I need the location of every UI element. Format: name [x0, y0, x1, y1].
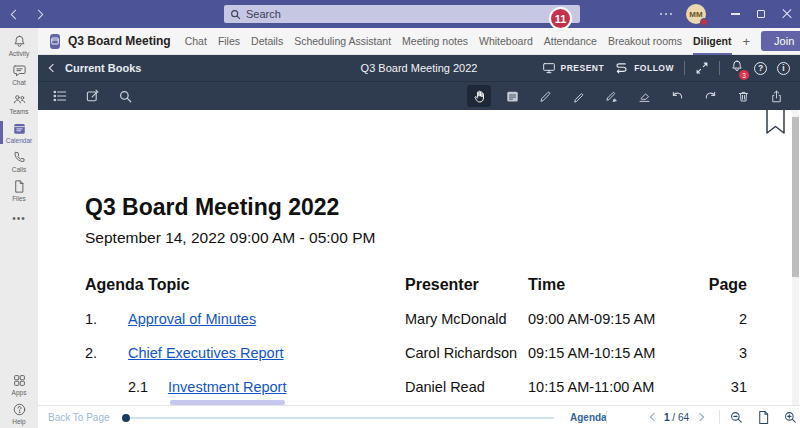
avatar-initials: MM [689, 10, 702, 19]
tab-scheduling-assistant[interactable]: Scheduling Assistant [294, 28, 391, 55]
row-presenter: Mary McDonald [405, 311, 507, 327]
tab-diligent[interactable]: Diligent [693, 28, 732, 55]
header-time: Time [528, 276, 565, 294]
header-agenda-topic: Agenda Topic [85, 276, 190, 294]
sidebar-item-teams[interactable]: Teams [0, 89, 38, 118]
minimize-button[interactable] [722, 0, 748, 28]
present-button[interactable]: PRESENT [542, 62, 605, 74]
zoom-in-button[interactable] [783, 410, 798, 428]
join-button[interactable]: Join [761, 31, 800, 51]
tab-whiteboard[interactable]: Whiteboard [479, 28, 533, 55]
info-circle-icon[interactable]: i [777, 62, 790, 75]
sidebar-item-calls[interactable]: Calls [0, 147, 38, 176]
delete-annotation-button[interactable] [731, 85, 755, 107]
pen-tool-1[interactable] [533, 85, 557, 107]
redo-icon [703, 89, 718, 104]
signature-pen-tool[interactable] [599, 85, 623, 107]
export-share-button[interactable] [764, 85, 788, 107]
row-presenter: Carol Richardson [405, 345, 517, 361]
eraser-tool[interactable] [632, 85, 656, 107]
header-presenter: Presenter [405, 276, 479, 294]
sidebar-item-activity[interactable]: Activity [0, 31, 38, 60]
back-label: Current Books [65, 62, 141, 74]
row-number: 2.1 [128, 379, 148, 395]
file-icon [12, 179, 27, 194]
add-tab-button[interactable]: + [743, 28, 751, 55]
row-presenter: Daniel Read [405, 379, 485, 395]
note-annotation-tool[interactable] [500, 85, 524, 107]
agenda-table-header: Agenda Topic Presenter Time Page [38, 276, 800, 296]
tab-details[interactable]: Details [251, 28, 283, 55]
zoom-out-button[interactable] [729, 410, 744, 428]
tab-meeting-notes[interactable]: Meeting notes [402, 28, 468, 55]
undo-button[interactable] [665, 85, 689, 107]
follow-button[interactable]: FOLLOW [614, 62, 674, 74]
fit-page-button[interactable] [757, 410, 770, 428]
back-to-current-books[interactable]: Current Books [50, 62, 141, 74]
close-window-button[interactable] [774, 0, 800, 28]
undo-icon [670, 89, 685, 104]
row-number: 2. [85, 345, 97, 361]
tab-chat[interactable]: Chat [185, 28, 207, 55]
maximize-icon [757, 10, 765, 18]
sidebar-item-apps[interactable]: Apps [0, 370, 38, 399]
tab-breakout-rooms[interactable]: Breakout rooms [608, 28, 682, 55]
toc-list-icon[interactable] [52, 88, 68, 104]
page-slider-handle[interactable] [122, 414, 130, 422]
follow-path-icon [614, 62, 629, 74]
help-circle-icon[interactable]: ? [754, 62, 767, 75]
bell-icon [12, 34, 27, 49]
bell-badge: 3 [739, 70, 749, 80]
next-page-icon[interactable] [696, 413, 704, 421]
search-document-icon[interactable] [118, 89, 133, 104]
search-input[interactable]: Search [224, 5, 580, 23]
back-icon[interactable] [11, 9, 21, 19]
page-slider-track[interactable] [130, 417, 554, 419]
section-label[interactable]: Agenda [570, 412, 607, 423]
present-screen-icon [542, 62, 556, 74]
forward-icon[interactable] [34, 9, 44, 19]
hand-pan-tool[interactable] [467, 85, 491, 107]
page-separator: / [672, 412, 675, 423]
agenda-topic-link[interactable]: Chief Executives Report [128, 345, 284, 361]
sidebar-item-help[interactable]: Help [0, 399, 38, 428]
chat-icon [12, 63, 27, 78]
pen-tool-2[interactable] [566, 85, 590, 107]
compose-icon[interactable] [85, 88, 101, 104]
bookmark-icon[interactable] [765, 110, 786, 140]
sidebar-item-calendar[interactable]: Calendar [0, 118, 38, 147]
fullscreen-icon[interactable] [695, 61, 709, 75]
agenda-topic-link[interactable]: Investment Report [168, 379, 286, 395]
divider [719, 61, 720, 75]
search-icon [230, 9, 241, 20]
follow-label: FOLLOW [634, 63, 674, 73]
previous-page-icon[interactable] [650, 413, 658, 421]
present-label: PRESENT [561, 63, 605, 73]
annotation-toolbar [38, 82, 800, 110]
teams-icon [12, 92, 27, 107]
sidebar-more-icon[interactable]: ••• [0, 205, 38, 231]
avatar[interactable]: MM [686, 4, 706, 24]
divider [719, 410, 720, 424]
sidebar-item-files[interactable]: Files [0, 176, 38, 205]
tab-files[interactable]: Files [218, 28, 240, 55]
redo-button[interactable] [698, 85, 722, 107]
row-page: 31 [677, 379, 747, 395]
meeting-tab-bar: Q3 Board Meeting Chat Files Details Sche… [38, 28, 800, 55]
more-options-icon[interactable] [660, 13, 673, 16]
agenda-topic-link[interactable]: Approval of Minutes [128, 311, 256, 327]
vertical-scrollbar-thumb[interactable] [792, 117, 799, 277]
close-icon [782, 9, 792, 19]
maximize-button[interactable] [748, 0, 774, 28]
row-number: 1. [85, 311, 97, 327]
viewer-footer: Back To Page Agenda 1 / 64 [38, 405, 800, 428]
notification-count-badge: 11 [549, 7, 572, 30]
back-to-page-button[interactable]: Back To Page [48, 412, 110, 423]
notifications-button[interactable]: 3 [730, 59, 744, 77]
tab-attendance[interactable]: Attendance [544, 28, 597, 55]
eraser-icon [637, 89, 652, 104]
pen-icon [538, 89, 553, 104]
meeting-calendar-icon [50, 34, 60, 49]
teams-window: Search MM 11 Activity Chat Teams [0, 0, 800, 428]
sidebar-item-chat[interactable]: Chat [0, 60, 38, 89]
